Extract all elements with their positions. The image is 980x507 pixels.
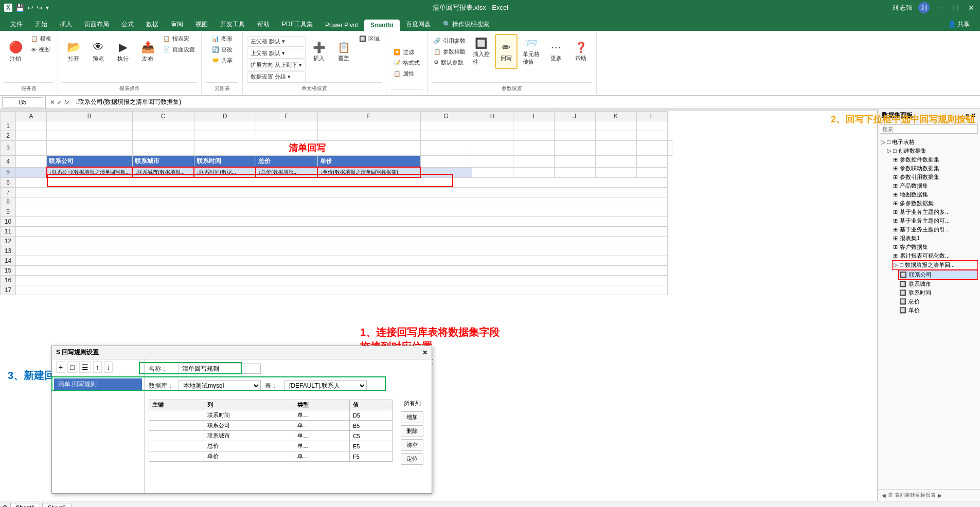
close-button[interactable]: ✕	[967, 3, 976, 12]
cell-F5[interactable]: ↓单价(数据填报之清单回写数据集)	[317, 167, 420, 177]
minimize-button[interactable]: ─	[936, 3, 945, 12]
save-icon[interactable]: 💾	[15, 4, 24, 12]
param-layout-button[interactable]: 📋 参数排版	[432, 47, 468, 57]
cell-K4[interactable]	[595, 156, 636, 168]
cell-A2[interactable]	[16, 131, 47, 141]
cell-K3[interactable]	[636, 141, 667, 156]
cell-G4[interactable]	[420, 156, 472, 168]
tab-formula[interactable]: 公式	[115, 18, 140, 31]
chart-shape-button[interactable]: 📊 图形	[210, 34, 235, 44]
cell-D5[interactable]: ↓联系时间(数据...	[194, 167, 256, 177]
cell-row16[interactable]	[16, 275, 668, 285]
rule-name-input[interactable]	[179, 364, 261, 374]
tree-item-cumulative[interactable]: ⊞ 累计报表可视化数...	[892, 251, 978, 260]
table-select[interactable]: [DEFAULT].联系人	[284, 380, 367, 391]
tree-item-biz-ref[interactable]: ⊞ 基于业务主题的引...	[892, 225, 978, 234]
add-rule-icon[interactable]: +	[56, 361, 65, 373]
tab-page-layout[interactable]: 页面布局	[78, 18, 115, 31]
col-header-L[interactable]: L	[636, 112, 667, 121]
cell-row6[interactable]	[16, 177, 668, 187]
ref-param-button[interactable]: 🔗 引用参数	[432, 36, 468, 46]
redo-icon[interactable]: ↪	[37, 4, 43, 12]
tree-item-report1[interactable]: ⊞ 报表集1	[892, 234, 978, 243]
cell-row9[interactable]	[16, 207, 668, 216]
insert-control-button[interactable]: 🔲 插入控件	[470, 34, 493, 69]
chart-change-button[interactable]: 🔄 更改	[210, 45, 235, 55]
cell-A5[interactable]	[16, 167, 47, 177]
cell-L4[interactable]	[636, 156, 667, 168]
formula-input[interactable]	[73, 98, 978, 107]
col-header-H[interactable]: H	[472, 112, 513, 121]
move-up-icon[interactable]: ↑	[93, 361, 102, 373]
tree-item-unit-price[interactable]: 🔲 单价	[898, 306, 978, 315]
cell-L5[interactable]	[636, 167, 667, 177]
data-settings-button[interactable]: 数据设置 分组 ▾	[247, 71, 306, 82]
chart-share-button[interactable]: 🤝 共享	[210, 56, 235, 65]
cell-J4[interactable]	[554, 156, 595, 168]
tree-item-contact-company[interactable]: 🔲 联系公司	[898, 270, 978, 280]
cell-J5[interactable]	[554, 167, 595, 177]
tab-smartbi[interactable]: Smartbi	[364, 20, 400, 31]
tree-item-biz-view[interactable]: ⊞ 基于业务主题的可...	[892, 216, 978, 225]
undo-icon[interactable]: ↩	[27, 4, 33, 12]
tab-share[interactable]: 👤 共享	[942, 18, 976, 31]
add-column-button[interactable]: 增加	[401, 411, 423, 423]
cell-F4[interactable]: 单价	[317, 156, 420, 168]
help-button[interactable]: ❓ 帮助	[569, 34, 592, 69]
cell-F1[interactable]	[317, 121, 420, 131]
tree-item-param-control[interactable]: ⊞ 参数控件数据集	[892, 155, 978, 164]
view-button[interactable]: 👁 视图	[29, 45, 54, 55]
tree-item-form-report[interactable]: ▷ □ 数据填报之清单回...	[892, 260, 978, 270]
customize-icon[interactable]: ▾	[46, 4, 49, 11]
col-header-C[interactable]: C	[132, 112, 194, 121]
list-rule-icon[interactable]: ☰	[79, 361, 91, 373]
cell-K2[interactable]	[595, 131, 636, 141]
tab-insert[interactable]: 插入	[54, 18, 78, 31]
region-button[interactable]: 🔲 区域	[357, 34, 382, 44]
default-param-button[interactable]: ⚙ 默认参数	[432, 58, 468, 67]
tab-data[interactable]: 数据	[140, 18, 165, 31]
cell-B3[interactable]	[47, 141, 133, 156]
cell-E2[interactable]	[256, 131, 317, 141]
maximize-button[interactable]: □	[951, 3, 960, 12]
col-header-I[interactable]: I	[513, 112, 554, 121]
format-button[interactable]: 📝 格式式	[391, 58, 422, 68]
tab-file[interactable]: 文件	[4, 18, 29, 31]
tree-item-spreadsheet[interactable]: ▷ □ 电子表格	[880, 138, 978, 147]
cell-E1[interactable]	[256, 121, 317, 131]
expand-dir-button[interactable]: 扩展方向 从上到下 ▾	[247, 60, 306, 70]
tree-item-multi-param[interactable]: ⊞ 多参数数据集	[892, 199, 978, 208]
new-sheet-icon[interactable]: ⊕	[2, 503, 8, 508]
col-header-J[interactable]: J	[554, 112, 595, 121]
col-header-B[interactable]: B	[47, 112, 133, 121]
nav-back-icon[interactable]: ◀	[882, 493, 886, 498]
cell-L2[interactable]	[636, 131, 667, 141]
tree-item-customer[interactable]: ⊞ 客户数据集	[892, 243, 978, 251]
tab-baidu[interactable]: 百度网盘	[400, 18, 437, 31]
cell-B4[interactable]: 联系公司	[47, 156, 133, 168]
nav-forward-icon[interactable]: ▶	[938, 493, 942, 498]
db-select[interactable]: 本地测试mysql	[179, 380, 261, 391]
cell-D2[interactable]	[194, 131, 256, 141]
tab-help[interactable]: 帮助	[251, 18, 276, 31]
cell-I2[interactable]	[513, 131, 554, 141]
page-setup-button[interactable]: 📄 页面设置	[161, 45, 197, 55]
col-header-G[interactable]: G	[420, 112, 472, 121]
tab-home[interactable]: 开始	[29, 18, 54, 31]
writeback-button[interactable]: ✏ 回写	[495, 34, 518, 69]
cell-H5[interactable]	[472, 167, 513, 177]
cell-L1[interactable]	[636, 121, 667, 131]
preview-button[interactable]: 👁 预览	[87, 34, 110, 69]
cell-L3[interactable]	[667, 141, 672, 156]
tree-item-create-dataset[interactable]: ▷ □ 创建数据集	[886, 147, 978, 155]
col-header-E[interactable]: E	[256, 112, 317, 121]
cell-I3[interactable]	[554, 141, 595, 156]
dialog-close-icon[interactable]: ✕	[422, 349, 427, 356]
left-parent-button[interactable]: 左父格 默认 ▾	[247, 36, 306, 47]
cell-J2[interactable]	[554, 131, 595, 141]
cell-H4[interactable]	[472, 156, 513, 168]
cell-F3[interactable]	[420, 141, 472, 156]
cell-J3[interactable]	[595, 141, 636, 156]
tab-developer[interactable]: 开发工具	[214, 18, 251, 31]
cell-J1[interactable]	[554, 121, 595, 131]
